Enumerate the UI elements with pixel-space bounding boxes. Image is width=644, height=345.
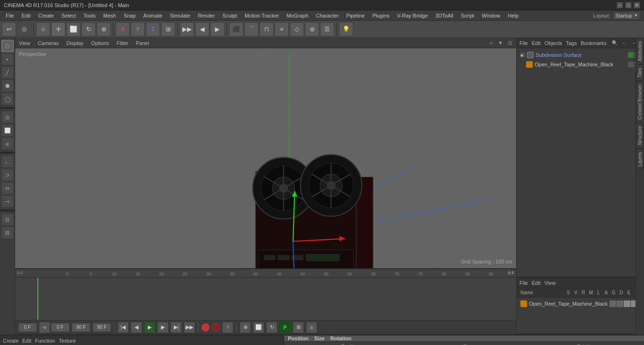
left-lasso-select[interactable]: ⌀ <box>1 137 14 150</box>
menu-character[interactable]: Character <box>312 10 342 21</box>
undo-button[interactable]: ↩ <box>2 22 16 36</box>
display-mode[interactable]: 💡 <box>339 22 353 36</box>
menu-mograph[interactable]: MoGraph <box>283 10 312 21</box>
left-live-select[interactable]: ◎ <box>1 111 14 123</box>
om-back-icon[interactable]: ← <box>620 39 628 47</box>
play-button[interactable]: ▶ <box>144 322 155 333</box>
camera-tool[interactable]: ☰ <box>320 22 334 36</box>
om-menu-file[interactable]: File <box>519 40 528 46</box>
left-measure[interactable]: ⊸ <box>1 195 14 208</box>
x-axis[interactable]: X <box>116 22 130 36</box>
om-menu-tags[interactable]: Tags <box>566 40 577 46</box>
vp-icon-3[interactable]: ⊡ <box>506 39 514 47</box>
left-edge-mode[interactable]: ╱ <box>1 66 14 79</box>
left-model-mode[interactable]: ⬡ <box>1 40 14 52</box>
left-knife[interactable]: ∟ <box>1 155 14 168</box>
vp-menu-panel[interactable]: Panel <box>134 40 151 46</box>
frame-play[interactable]: ▶▶ <box>180 22 194 36</box>
menu-motion-tracker[interactable]: Motion Tracker <box>241 10 283 21</box>
vp-menu-cameras[interactable]: Cameras <box>36 40 61 46</box>
om-menu-edit[interactable]: Edit <box>532 40 541 46</box>
menu-animate[interactable]: Animate <box>140 10 166 21</box>
tab-content-browser[interactable]: Content Browser <box>636 81 644 123</box>
step-forward-button[interactable]: ▶ <box>157 322 169 333</box>
vp-menu-options[interactable]: Options <box>89 40 111 46</box>
tab-structure[interactable]: Structure <box>636 123 644 149</box>
menu-window[interactable]: Window <box>478 10 504 21</box>
obj-mesh-vis[interactable] <box>628 62 634 67</box>
left-poly-mode[interactable]: ⬟ <box>1 80 14 92</box>
list-item[interactable]: Open_Reel_Tape_Machine_Black <box>517 298 644 310</box>
om-menu-bookmarks[interactable]: Bookmarks <box>581 40 607 46</box>
auto-key-btn[interactable]: ↻ <box>266 322 277 333</box>
light-tool[interactable]: ◇ <box>290 22 304 36</box>
tab-tiles[interactable]: Tiles <box>636 64 644 81</box>
left-magnet[interactable]: ⊃ <box>1 169 14 181</box>
coords-tab-size[interactable]: Size <box>314 336 324 341</box>
menu-file[interactable]: File <box>2 10 18 21</box>
select-tool[interactable]: ⊹ <box>36 22 50 36</box>
menu-create[interactable]: Create <box>35 10 58 21</box>
goto-end-button[interactable]: ▶| <box>170 322 182 333</box>
viewport-3d[interactable]: X Y Z Perspective Grid Spacing : 100 cm <box>15 48 516 268</box>
nurbs-tool[interactable]: ⊓ <box>259 22 274 36</box>
left-object-mode[interactable]: ◯ <box>1 93 14 105</box>
rotate-tool[interactable]: ↻ <box>81 22 96 36</box>
left-display[interactable]: ⊟ <box>1 227 14 239</box>
mat-menu-texture[interactable]: Texture <box>59 338 76 344</box>
list-item[interactable]: Open_Reel_Tape_Machine_Black <box>517 60 644 69</box>
minimize-button[interactable]: ─ <box>617 2 623 9</box>
move-tool[interactable]: ✛ <box>51 22 65 36</box>
timeline-btn[interactable]: ≡ <box>306 322 317 333</box>
menu-script[interactable]: Script <box>457 10 478 21</box>
menu-edit[interactable]: Edit <box>18 10 35 21</box>
menu-plugins[interactable]: Plugins <box>368 10 393 21</box>
vp-icon-2[interactable]: ▼ <box>496 39 505 47</box>
tag-icon-1[interactable] <box>609 300 616 307</box>
scale-tool[interactable]: ⬜ <box>66 22 80 36</box>
set-start-button[interactable]: ⊲ <box>39 322 50 333</box>
mat-menu-function[interactable]: Function <box>35 338 55 344</box>
layout-dropdown[interactable]: Startup ▼ <box>613 11 640 20</box>
vp-menu-display[interactable]: Display <box>64 40 85 46</box>
op-menu-file[interactable]: File <box>519 280 528 286</box>
vp-menu-view[interactable]: View <box>17 40 32 46</box>
maximize-button[interactable]: □ <box>625 2 632 9</box>
menu-help[interactable]: Help <box>504 10 523 21</box>
menu-tools[interactable]: Tools <box>80 10 99 21</box>
coords-tab-position[interactable]: Position <box>288 336 308 341</box>
spline-tool[interactable]: ⌒ <box>244 22 259 36</box>
y-axis[interactable]: Y <box>131 22 145 36</box>
end-frame-input-2[interactable] <box>92 323 111 332</box>
particles-tool[interactable]: ⊚ <box>305 22 319 36</box>
menu-snap[interactable]: Snap <box>120 10 140 21</box>
left-layers[interactable]: ⊡ <box>1 213 14 226</box>
transform-tool[interactable]: ⊕ <box>97 22 111 36</box>
goto-end-button-2[interactable]: ▶▶ <box>184 322 195 333</box>
record-all-button[interactable] <box>212 323 220 332</box>
coords-tab-rotation[interactable]: Rotation <box>330 336 351 341</box>
tag-icon-3[interactable] <box>624 300 630 307</box>
obj-vis-check[interactable] <box>628 52 634 58</box>
goto-start-button[interactable]: |◀ <box>117 322 129 333</box>
mat-menu-create[interactable]: Create <box>3 338 18 344</box>
menu-simulate[interactable]: Simulate <box>166 10 194 21</box>
help-button[interactable]: ? <box>222 322 233 333</box>
menu-render[interactable]: Render <box>194 10 219 21</box>
menu-3dtoall[interactable]: 3DToAll <box>431 10 457 21</box>
current-frame-input[interactable] <box>51 323 70 332</box>
left-box-select[interactable]: ⬜ <box>1 124 14 136</box>
frame-forward[interactable]: ▶ <box>210 22 224 36</box>
record-button[interactable] <box>201 323 210 332</box>
op-menu-edit[interactable]: Edit <box>532 280 541 286</box>
tab-layers[interactable]: Layers <box>636 149 644 170</box>
obj-expand-icon[interactable]: ▾ <box>520 53 525 57</box>
world-axis[interactable]: ⊞ <box>161 22 175 36</box>
deformer-tool[interactable]: ⋄ <box>275 22 289 36</box>
mat-menu-edit[interactable]: Edit <box>22 338 31 344</box>
close-button[interactable]: ✕ <box>634 2 640 9</box>
left-mirror[interactable]: ⇔ <box>1 182 14 194</box>
menu-pipeline[interactable]: Pipeline <box>342 10 368 21</box>
frame-back[interactable]: ◀ <box>195 22 209 36</box>
grid-key-btn[interactable]: ⊞ <box>293 322 304 333</box>
